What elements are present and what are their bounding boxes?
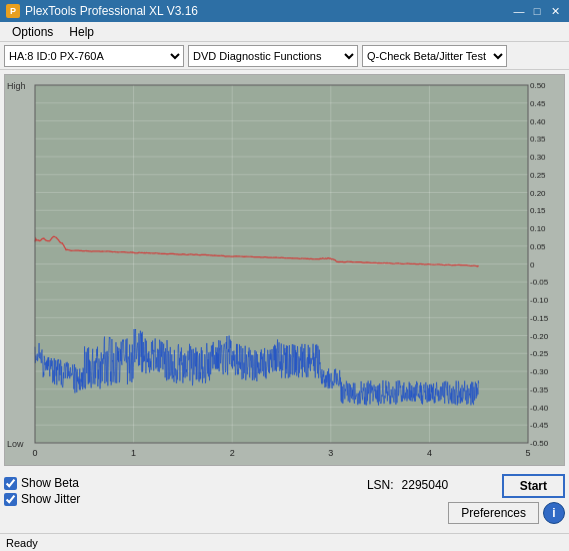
show-jitter-checkbox[interactable] [4, 493, 17, 506]
toolbar: HA:8 ID:0 PX-760A DVD Diagnostic Functio… [0, 42, 569, 70]
y-label-high: High [7, 81, 26, 91]
show-jitter-row: Show Jitter [4, 492, 357, 506]
y-label-low: Low [7, 439, 24, 449]
status-text: Ready [6, 537, 38, 549]
close-button[interactable]: ✕ [547, 3, 563, 19]
lsn-area: LSN: 2295040 [367, 474, 448, 492]
window-title: PlexTools Professional XL V3.16 [25, 4, 198, 18]
chart-canvas [5, 75, 564, 465]
show-beta-label[interactable]: Show Beta [21, 476, 79, 490]
preferences-button[interactable]: Preferences [448, 502, 539, 524]
right-buttons: Start Preferences i [448, 474, 565, 524]
prefs-info-row: Preferences i [448, 502, 565, 524]
test-select[interactable]: Q-Check Beta/Jitter Test [362, 45, 507, 67]
show-jitter-label[interactable]: Show Jitter [21, 492, 80, 506]
lsn-value: 2295040 [402, 478, 449, 492]
main-content: High Low Show Beta Show Jitter LSN: 2295… [0, 70, 569, 551]
title-controls: — □ ✕ [511, 3, 563, 19]
minimize-button[interactable]: — [511, 3, 527, 19]
chart-container: High Low [4, 74, 565, 466]
title-bar: P PlexTools Professional XL V3.16 — □ ✕ [0, 0, 569, 22]
show-beta-checkbox[interactable] [4, 477, 17, 490]
status-bar: Ready [0, 533, 569, 551]
menu-bar: Options Help [0, 22, 569, 42]
function-select[interactable]: DVD Diagnostic Functions [188, 45, 358, 67]
start-button[interactable]: Start [502, 474, 565, 498]
menu-help[interactable]: Help [61, 23, 102, 41]
app-icon: P [6, 4, 20, 18]
drive-select[interactable]: HA:8 ID:0 PX-760A [4, 45, 184, 67]
show-beta-row: Show Beta [4, 476, 357, 490]
lsn-label: LSN: [367, 478, 394, 492]
menu-options[interactable]: Options [4, 23, 61, 41]
checkboxes-area: Show Beta Show Jitter [4, 474, 357, 506]
maximize-button[interactable]: □ [529, 3, 545, 19]
title-bar-left: P PlexTools Professional XL V3.16 [6, 4, 198, 18]
info-button[interactable]: i [543, 502, 565, 524]
